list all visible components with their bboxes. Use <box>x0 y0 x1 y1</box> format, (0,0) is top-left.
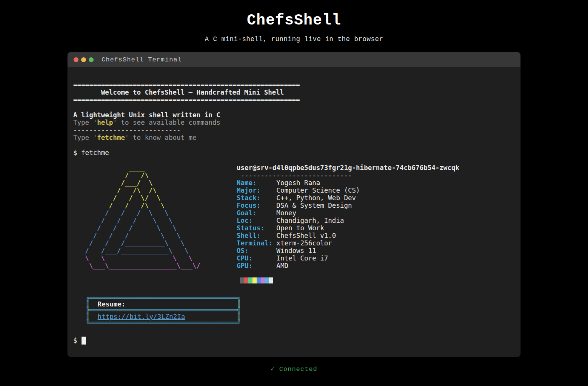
info-value: Yogesh Rana <box>276 179 320 187</box>
close-button[interactable] <box>74 57 79 62</box>
page-subtitle: A C mini-shell, running live in the brow… <box>0 35 588 43</box>
palette-swatch <box>261 277 265 283</box>
info-value: AMD <box>276 262 288 270</box>
info-value: DSA & System Design <box>276 202 352 209</box>
info-value: Money <box>276 209 296 217</box>
penrose-triangle-ascii-art: ____ / /\ /___/ \ / /\ /\ / / \/ \ / / /… <box>73 164 237 270</box>
info-key: Status: <box>237 224 276 232</box>
info-value: Intel Core i7 <box>276 254 328 262</box>
info-key: OS: <box>237 247 276 254</box>
info-key: Focus: <box>237 202 276 209</box>
info-key: CPU: <box>237 254 276 262</box>
info-key: Name: <box>237 179 276 187</box>
terminal-title: ChefsShell Terminal <box>102 56 182 63</box>
fetchme-hint-line: Type 'fetchme' to know about me <box>73 134 513 141</box>
info-key: Loc: <box>237 217 276 224</box>
page: ChefsShell A C mini-shell, running live … <box>0 0 588 386</box>
terminal-titlebar: ChefsShell Terminal <box>68 52 520 67</box>
info-value: Computer Science (CS) <box>276 187 360 194</box>
user-host-line: user@srv-d4l0qpbe5dus73fgr21g-hibernate-… <box>237 164 459 172</box>
terminal-body[interactable]: ========================================… <box>68 67 520 357</box>
info-value: C++, Python, Web Dev <box>276 194 356 202</box>
resume-label: Resume: <box>98 300 126 308</box>
fetchme-hint-suffix: ' to know about me <box>125 134 197 141</box>
fetchme-hint-prefix: Type ' <box>73 134 97 141</box>
info-key: Major: <box>237 187 276 194</box>
terminal-window: ChefsShell Terminal ====================… <box>68 52 520 357</box>
palette-swatch <box>244 277 248 283</box>
help-hint-suffix: ' to see available commands <box>113 119 220 126</box>
info-value: xterm-256color <box>276 239 332 247</box>
fetchme-output: ____ / /\ /___/ \ / /\ /\ / / \/ \ / / /… <box>73 164 513 283</box>
connection-status: ✓ Connected <box>0 365 588 373</box>
info-value: Chandigarh, India <box>276 217 344 224</box>
info-value: ChefsShell v1.0 <box>276 232 336 239</box>
hint-divider: --------------------------- <box>73 126 513 134</box>
banner-title: Welcome to ChefsShell — Handcrafted Mini… <box>73 89 513 96</box>
prompt-symbol: $ <box>73 337 77 344</box>
banner-bottom-line: ========================================… <box>73 96 513 104</box>
help-hint-prefix: Type ' <box>73 119 97 126</box>
info-key: Terminal: <box>237 239 276 247</box>
info-value: Windows 11 <box>276 247 316 254</box>
palette-swatch <box>265 277 269 283</box>
banner-top-line: ========================================… <box>73 81 513 89</box>
palette-swatch <box>257 277 261 283</box>
resume-box: ╔═════════════════════════════════════╗ … <box>86 295 513 326</box>
palette-swatch <box>240 277 244 283</box>
info-key: Stack: <box>237 194 276 202</box>
terminal-cursor <box>82 337 86 345</box>
info-key: GPU: <box>237 262 276 270</box>
profile-info-column: user@srv-d4l0qpbe5dus73fgr21g-hibernate-… <box>237 164 459 283</box>
info-key: Shell: <box>237 232 276 239</box>
info-value: Open to Work <box>276 224 324 232</box>
info-key: Goal: <box>237 209 276 217</box>
executed-command-line: $ fetchme <box>73 149 513 156</box>
help-hint-line: Type 'help' to see available commands <box>73 119 513 126</box>
host-divider: ---------------------------- <box>237 172 459 179</box>
maximize-button[interactable] <box>89 57 94 62</box>
terminal-color-palette <box>240 277 459 283</box>
shell-prompt-line[interactable]: $ <box>73 337 513 345</box>
page-title: ChefsShell <box>0 12 588 29</box>
profile-info-list: Name: Yogesh Rana Major: Computer Scienc… <box>237 179 459 270</box>
palette-swatch <box>269 277 273 283</box>
minimize-button[interactable] <box>81 57 86 62</box>
resume-link[interactable]: https://bit.ly/3LZn2Ia <box>98 313 185 320</box>
palette-swatch <box>248 277 252 283</box>
fetchme-command: fetchme <box>97 134 125 141</box>
tagline: A lightweight Unix shell written in C <box>73 111 513 119</box>
palette-swatch <box>252 277 257 283</box>
help-command: help <box>97 119 113 126</box>
